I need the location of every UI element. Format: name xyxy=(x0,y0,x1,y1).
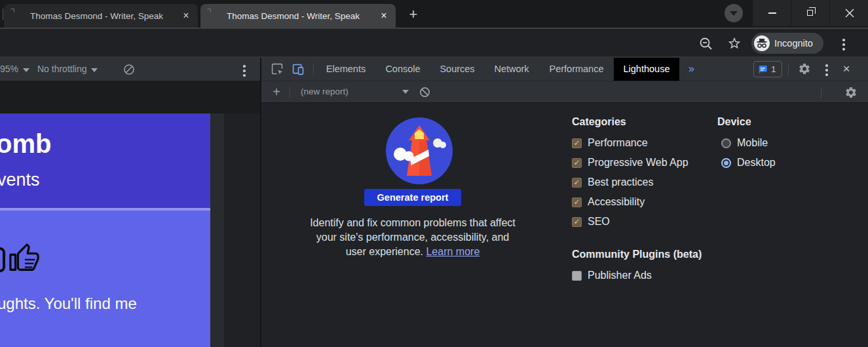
restore-button[interactable] xyxy=(791,0,829,26)
device-zoom-value: 95% xyxy=(0,64,18,74)
thumbs-up-icon xyxy=(9,243,39,276)
close-button[interactable] xyxy=(829,0,868,26)
restore-icon xyxy=(807,10,813,16)
toolbar-separator xyxy=(290,87,290,98)
tab-console[interactable]: Console xyxy=(385,58,420,81)
tab-title: Thomas Desmond - Writer, Speak xyxy=(227,11,369,21)
tab-search-button[interactable] xyxy=(725,4,743,22)
tab-title-fade xyxy=(360,4,377,28)
tab-performance[interactable]: Performance xyxy=(549,58,603,81)
lighthouse-logo xyxy=(385,117,453,185)
plugin-row-publisher-ads[interactable]: Publisher Ads xyxy=(572,268,652,283)
browser-menu-button[interactable] xyxy=(842,39,845,52)
browser-tab-1[interactable]: Thomas Desmond - Writer, Speak × xyxy=(4,4,198,28)
window-controls xyxy=(752,0,868,26)
clear-reports-icon[interactable] xyxy=(419,86,431,101)
page-lower-section: ughts. You'll find me xyxy=(0,211,210,347)
categories-heading: Categories xyxy=(572,116,626,128)
throttling-select[interactable]: No throttling xyxy=(37,64,98,74)
browser-toolbar: Incognito xyxy=(0,28,868,58)
close-icon xyxy=(845,9,854,18)
chevron-down-icon xyxy=(23,68,29,72)
checkbox-publisher-ads[interactable] xyxy=(572,271,582,281)
category-label: Performance xyxy=(588,137,648,149)
page-body-fragment: ughts. You'll find me xyxy=(0,295,137,313)
bookmark-star-icon[interactable] xyxy=(727,36,742,53)
partial-emoji-icon xyxy=(0,247,5,272)
tab-close-icon[interactable]: × xyxy=(377,9,390,22)
report-select[interactable]: (new report) xyxy=(301,87,349,96)
new-report-icon[interactable]: + xyxy=(269,85,284,99)
device-toolbar: 95% No throttling xyxy=(0,58,260,81)
incognito-icon xyxy=(754,35,770,51)
category-row-best-practices[interactable]: Best practices xyxy=(572,175,653,190)
tab-title-fade xyxy=(162,4,179,28)
settings-gear-icon[interactable] xyxy=(798,62,811,78)
zoom-out-icon[interactable] xyxy=(698,36,714,54)
issues-counter-button[interactable]: 1 xyxy=(753,61,782,77)
checkbox-seo[interactable] xyxy=(572,217,582,227)
emulation-background xyxy=(0,81,260,113)
minimize-button[interactable] xyxy=(752,0,791,26)
description-text: Identify and fix common problems that af… xyxy=(310,217,516,257)
devtools-menu-button[interactable] xyxy=(825,64,828,78)
tab-sources[interactable]: Sources xyxy=(440,58,474,81)
category-label: Accessibility xyxy=(588,196,645,208)
device-toolbar-toggle-icon[interactable] xyxy=(292,62,305,79)
devtools-close-icon[interactable]: × xyxy=(839,62,854,76)
toolbar-separator xyxy=(821,87,821,98)
bomb-favicon-icon xyxy=(210,10,219,20)
tab-network[interactable]: Network xyxy=(494,58,529,81)
device-row-desktop[interactable]: Desktop xyxy=(721,155,776,170)
chevron-down-icon[interactable] xyxy=(402,90,409,94)
toolbar-separator xyxy=(788,64,789,75)
checkbox-best-practices[interactable] xyxy=(572,178,582,188)
issues-count: 1 xyxy=(771,64,776,74)
category-label: Progressive Web App xyxy=(588,157,689,169)
inspect-element-icon[interactable] xyxy=(271,62,284,79)
lighthouse-settings-gear-icon[interactable] xyxy=(844,86,858,102)
page-nav-link-fragment[interactable]: vents xyxy=(0,170,40,190)
tab-lighthouse-selected[interactable]: Lighthouse xyxy=(614,58,679,81)
checkbox-accessibility[interactable] xyxy=(572,197,582,207)
device-heading: Device xyxy=(717,116,751,128)
community-plugins-heading: Community Plugins (beta) xyxy=(572,249,702,260)
new-tab-button[interactable]: + xyxy=(404,5,423,25)
minimize-icon xyxy=(768,12,776,14)
chevron-down-icon xyxy=(91,68,98,72)
page-hero-section: omb vents xyxy=(0,113,210,208)
device-row-mobile[interactable]: Mobile xyxy=(721,136,768,150)
category-row-performance[interactable]: Performance xyxy=(572,136,648,150)
tab-elements[interactable]: Elements xyxy=(326,58,366,81)
throttling-value: No throttling xyxy=(37,64,86,74)
emulation-margin xyxy=(210,113,224,347)
category-row-accessibility[interactable]: Accessibility xyxy=(572,195,645,209)
incognito-label: Incognito xyxy=(774,38,813,49)
chevron-down-icon xyxy=(730,11,738,16)
learn-more-link[interactable]: Learn more xyxy=(426,246,480,257)
device-zoom-select[interactable]: 95% xyxy=(0,64,29,74)
category-row-seo[interactable]: SEO xyxy=(572,214,610,229)
lighthouse-toolbar: + (new report) xyxy=(261,81,868,103)
category-label: Best practices xyxy=(588,176,653,188)
checkbox-performance[interactable] xyxy=(572,138,582,148)
tab-separator xyxy=(3,9,3,20)
emulation-margin xyxy=(224,113,260,347)
checkbox-progressive-web-app[interactable] xyxy=(572,158,582,168)
generate-report-button[interactable]: Generate report xyxy=(364,189,461,206)
bomb-favicon-icon xyxy=(13,10,23,20)
radio-desktop[interactable] xyxy=(721,158,731,168)
device-toolbar-menu-button[interactable] xyxy=(243,65,246,79)
devtools-tab-bar: Elements Console Sources Network Perform… xyxy=(261,58,868,81)
more-tabs-chevron-icon[interactable]: » xyxy=(689,63,694,75)
rotate-device-icon[interactable] xyxy=(123,63,136,79)
radio-mobile[interactable] xyxy=(721,138,731,148)
tab-strip: Thomas Desmond - Writer, Speak × Thomas … xyxy=(0,0,868,28)
tab-close-icon[interactable]: × xyxy=(179,9,193,22)
incognito-badge: Incognito xyxy=(751,33,823,54)
browser-tab-2-active[interactable]: Thomas Desmond - Writer, Speak × xyxy=(200,4,396,28)
issues-bubble-icon xyxy=(757,64,768,75)
category-row-pwa[interactable]: Progressive Web App xyxy=(572,155,689,170)
device-label: Mobile xyxy=(737,137,768,149)
toolbar-separator xyxy=(313,64,314,75)
